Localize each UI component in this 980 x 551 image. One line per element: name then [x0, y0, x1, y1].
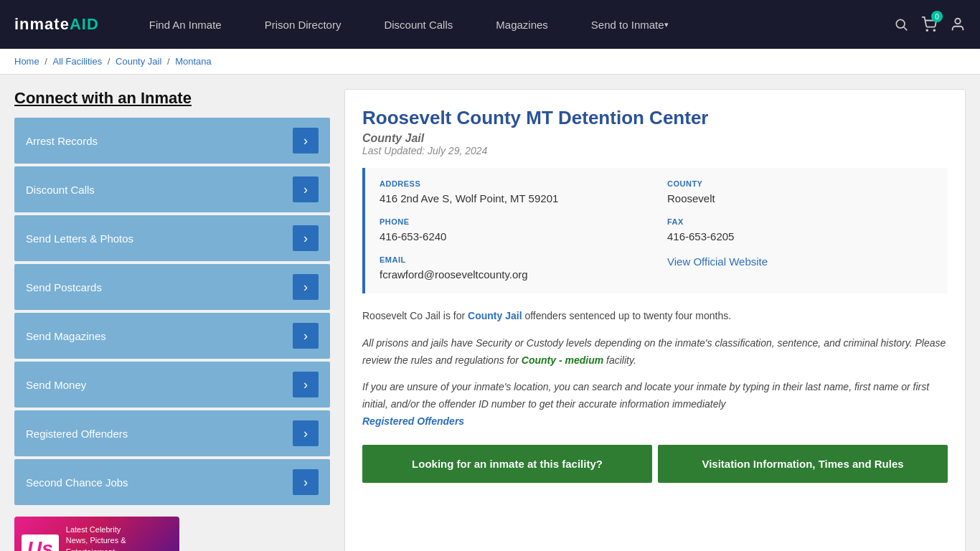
logo[interactable]: inmateAID	[14, 15, 99, 34]
description-para-2: All prisons and jails have Security or C…	[362, 335, 948, 369]
breadcrumb-bar: Home / All Facilities / County Jail / Mo…	[0, 49, 980, 75]
phone-section: PHONE 416-653-6240	[380, 217, 646, 244]
sidebar-arrow-icon: ›	[293, 469, 319, 495]
sidebar-ad[interactable]: Us Latest CelebrityNews, Pictures &Enter…	[14, 517, 179, 551]
fax-section: FAX 416-653-6205	[667, 217, 933, 244]
county-section: COUNTY Roosevelt	[667, 179, 933, 206]
view-official-website-link[interactable]: View Official Website	[667, 255, 768, 268]
sidebar-item-label: Send Money	[26, 379, 86, 391]
ad-logo: Us	[22, 534, 59, 551]
address-section: ADDRESS 416 2nd Ave S, Wolf Point, MT 59…	[380, 179, 646, 206]
logo-text: inmateAID	[14, 15, 99, 34]
email-label: EMAIL	[380, 255, 646, 264]
breadcrumb-county-jail[interactable]: County Jail	[116, 56, 161, 67]
sidebar-item-label: Discount Calls	[26, 184, 95, 196]
fax-label: FAX	[667, 217, 933, 226]
address-label: ADDRESS	[380, 179, 646, 188]
sidebar-arrow-icon: ›	[293, 128, 319, 154]
sidebar-menu: Arrest Records › Discount Calls › Send L…	[14, 118, 330, 505]
svg-point-0	[896, 19, 905, 28]
breadcrumb-all-facilities[interactable]: All Facilities	[53, 56, 103, 67]
facility-updated: Last Updated: July 29, 2024	[362, 145, 948, 156]
svg-line-1	[904, 27, 908, 31]
bottom-buttons: Looking for an inmate at this facility? …	[362, 445, 948, 483]
nav-prison-directory[interactable]: Prison Directory	[243, 0, 363, 49]
sidebar-item-label: Second Chance Jobs	[26, 476, 128, 489]
sidebar-item-send-letters[interactable]: Send Letters & Photos ›	[14, 215, 330, 261]
sidebar-arrow-icon: ›	[293, 323, 319, 349]
sidebar-arrow-icon: ›	[293, 372, 319, 397]
registered-offenders-link[interactable]: Registered Offenders	[362, 415, 464, 427]
cart-badge: 0	[931, 11, 943, 22]
description-para-3: If you are unsure of your inmate's locat…	[362, 379, 948, 430]
sidebar-item-registered-offenders[interactable]: Registered Offenders ›	[14, 410, 330, 456]
county-label: COUNTY	[667, 179, 933, 188]
sidebar-item-label: Send Magazines	[26, 330, 106, 342]
fax-value: 416-653-6205	[667, 229, 933, 244]
looking-for-inmate-button[interactable]: Looking for an inmate at this facility?	[362, 445, 652, 483]
sidebar-item-label: Arrest Records	[26, 135, 98, 147]
navbar: inmateAID Find An Inmate Prison Director…	[0, 0, 980, 49]
svg-point-4	[955, 19, 960, 24]
sidebar-item-label: Send Postcards	[26, 281, 102, 293]
address-value: 416 2nd Ave S, Wolf Point, MT 59201	[380, 191, 646, 206]
phone-label: PHONE	[380, 217, 646, 226]
sidebar: Connect with an Inmate Arrest Records › …	[14, 89, 330, 551]
sidebar-arrow-icon: ›	[293, 225, 319, 251]
sidebar-item-send-postcards[interactable]: Send Postcards ›	[14, 264, 330, 310]
sidebar-item-label: Send Letters & Photos	[26, 232, 133, 245]
nav-discount-calls[interactable]: Discount Calls	[362, 0, 474, 49]
sidebar-item-send-money[interactable]: Send Money ›	[14, 362, 330, 408]
sidebar-item-second-chance-jobs[interactable]: Second Chance Jobs ›	[14, 459, 330, 505]
nav-links: Find An Inmate Prison Directory Discount…	[128, 0, 894, 49]
visitation-info-button[interactable]: Visitation Information, Times and Rules	[658, 445, 948, 483]
sidebar-item-discount-calls[interactable]: Discount Calls ›	[14, 166, 330, 212]
website-section: View Official Website	[667, 255, 933, 282]
sidebar-item-arrest-records[interactable]: Arrest Records ›	[14, 118, 330, 164]
breadcrumb-state[interactable]: Montana	[175, 56, 212, 67]
svg-point-2	[926, 29, 928, 31]
nav-icons: 0	[894, 17, 966, 32]
info-grid: ADDRESS 416 2nd Ave S, Wolf Point, MT 59…	[380, 179, 933, 282]
main-container: Connect with an Inmate Arrest Records › …	[0, 75, 980, 551]
email-value: fcrawford@rooseveltcounty.org	[380, 267, 646, 282]
facility-type: County Jail	[362, 132, 948, 145]
email-section: EMAIL fcrawford@rooseveltcounty.org	[380, 255, 646, 282]
breadcrumb: Home / All Facilities / County Jail / Mo…	[14, 56, 966, 67]
nav-send-to-inmate[interactable]: Send to Inmate	[570, 0, 690, 49]
sidebar-arrow-icon: ›	[293, 420, 319, 446]
sidebar-item-label: Registered Offenders	[26, 428, 128, 440]
description-para-1: Roosevelt Co Jail is for County Jail off…	[362, 308, 948, 325]
svg-point-3	[933, 29, 935, 31]
breadcrumb-home[interactable]: Home	[14, 56, 39, 67]
county-medium-link[interactable]: County - medium	[522, 354, 603, 366]
county-jail-link[interactable]: County Jail	[468, 310, 522, 321]
content-area: Roosevelt County MT Detention Center Cou…	[344, 89, 966, 551]
search-button[interactable]	[894, 17, 908, 32]
nav-find-inmate[interactable]: Find An Inmate	[128, 0, 243, 49]
user-button[interactable]	[950, 17, 966, 32]
sidebar-title: Connect with an Inmate	[14, 89, 330, 108]
ad-text: Latest CelebrityNews, Pictures &Entertai…	[66, 524, 126, 551]
phone-value: 416-653-6240	[380, 229, 646, 244]
sidebar-arrow-icon: ›	[293, 176, 319, 202]
nav-magazines[interactable]: Magazines	[474, 0, 570, 49]
sidebar-item-send-magazines[interactable]: Send Magazines ›	[14, 313, 330, 359]
facility-title: Roosevelt County MT Detention Center	[362, 107, 948, 129]
sidebar-arrow-icon: ›	[293, 274, 319, 300]
county-value: Roosevelt	[667, 191, 933, 206]
cart-button[interactable]: 0	[921, 17, 937, 32]
info-box: ADDRESS 416 2nd Ave S, Wolf Point, MT 59…	[362, 168, 948, 293]
